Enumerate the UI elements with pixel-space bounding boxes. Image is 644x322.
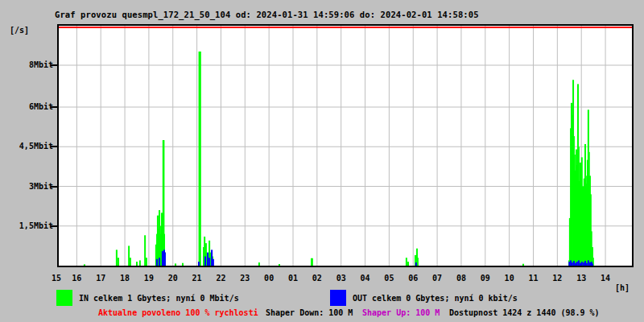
x-tick-label: 09 xyxy=(477,274,493,283)
y-tick-mark xyxy=(51,64,57,66)
x-tick-label: 06 xyxy=(405,274,421,283)
x-tick-label: 18 xyxy=(117,274,133,283)
y-tick-label: 6Mbit xyxy=(0,102,53,112)
x-tick-label: 00 xyxy=(261,274,277,283)
footer-allowed-speed: Aktualne povoleno 100 % rychlosti xyxy=(98,308,258,318)
traffic-chart xyxy=(59,26,632,266)
x-tick-label: 12 xyxy=(549,274,565,283)
y-tick-label: 4,5Mbit xyxy=(0,142,53,151)
x-tick-label: 13 xyxy=(573,274,589,283)
footer-availability: Dostupnost 1424 z 1440 (98.9 %) xyxy=(449,308,600,318)
x-tick-label: 11 xyxy=(526,274,542,283)
x-tick-label: 16 xyxy=(68,274,85,283)
x-tick-label: 03 xyxy=(333,274,349,283)
x-tick-label: 04 xyxy=(357,274,374,283)
legend-in-swatch xyxy=(56,290,72,306)
x-axis-unit-label: [h] xyxy=(615,283,630,293)
y-axis-unit-label: [/s] xyxy=(10,26,29,35)
traffic-graph-page: Graf provozu quesmpl_172_21_50_104 od: 2… xyxy=(0,0,644,322)
x-tick-label: 01 xyxy=(285,274,301,283)
y-tick-label: 1,5Mbit xyxy=(0,221,53,231)
footer-shaper-up: Shaper Up: 100 M xyxy=(362,308,440,318)
x-tick-label: 23 xyxy=(237,274,253,283)
y-tick-mark xyxy=(51,146,57,147)
y-tick-mark xyxy=(51,186,57,188)
x-tick-label: 02 xyxy=(309,274,325,283)
x-tick-label: 22 xyxy=(213,274,229,283)
x-tick-label: 08 xyxy=(453,274,469,283)
legend-out-swatch xyxy=(330,290,346,306)
y-tick-mark xyxy=(51,106,57,108)
plot-area xyxy=(57,24,634,267)
x-tick-label: 21 xyxy=(189,274,205,283)
x-tick-label: 14 xyxy=(597,274,613,283)
legend-out-label: OUT celkem 0 Gbytes; nyní 0 kbit/s xyxy=(353,294,518,303)
x-tick-label: 20 xyxy=(165,274,181,283)
x-tick-label: 05 xyxy=(381,274,397,283)
page-title: Graf provozu quesmpl_172_21_50_104 od: 2… xyxy=(55,10,479,19)
x-tick-label: 15 xyxy=(48,274,64,283)
x-tick-label: 07 xyxy=(429,274,445,283)
y-tick-label: 8Mbit xyxy=(0,60,53,70)
footer-shaper-down: Shaper Down: 100 M xyxy=(266,308,353,318)
x-tick-label: 19 xyxy=(141,274,157,283)
y-tick-label: 3Mbit xyxy=(0,182,53,192)
x-tick-label: 17 xyxy=(93,274,109,283)
x-tick-label: 10 xyxy=(502,274,518,283)
y-tick-mark xyxy=(51,225,57,227)
legend-in-label: IN celkem 1 Gbytes; nyní 0 Mbit/s xyxy=(79,294,239,303)
